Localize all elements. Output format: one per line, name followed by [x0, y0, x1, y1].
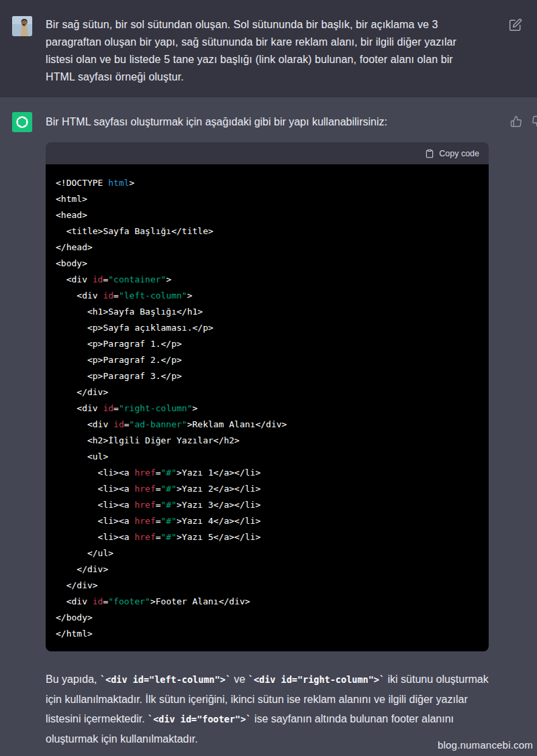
assistant-message-row: Bir HTML sayfası oluşturmak için aşağıda…	[0, 97, 537, 756]
thumbs-up-icon	[510, 115, 522, 127]
user-message-text: Bir sağ sütun, bir sol sütundan oluşan. …	[46, 16, 482, 85]
site-watermark: blog.numancebi.com	[438, 739, 533, 751]
assistant-intro-text: Bir HTML sayfası oluşturmak için aşağıda…	[46, 112, 489, 130]
assistant-outro-text: Bu yapıda, `<div id="left-column">` ve `…	[46, 669, 490, 749]
edit-pencil-square-icon	[509, 18, 522, 32]
openai-logo-icon	[15, 115, 30, 129]
thumbs-down-icon	[532, 115, 537, 127]
user-avatar	[12, 16, 32, 36]
code-content: <!DOCTYPE html><html><head> <title>Sayfa…	[46, 164, 489, 651]
user-photo-avatar	[12, 16, 32, 36]
copy-code-button[interactable]: Copy code	[425, 149, 479, 158]
thumbs-down-button[interactable]	[532, 115, 537, 127]
feedback-buttons	[510, 112, 537, 749]
code-block-header: Copy code	[46, 142, 489, 164]
edit-message-button[interactable]	[509, 17, 524, 32]
thumbs-up-button[interactable]	[510, 115, 522, 127]
user-message-row: Bir sağ sütun, bir sol sütundan oluşan. …	[0, 0, 537, 97]
assistant-avatar	[12, 112, 32, 132]
code-block: Copy code <!DOCTYPE html><html><head> <t…	[46, 142, 489, 651]
copy-code-label: Copy code	[439, 149, 479, 158]
clipboard-icon	[425, 149, 434, 158]
